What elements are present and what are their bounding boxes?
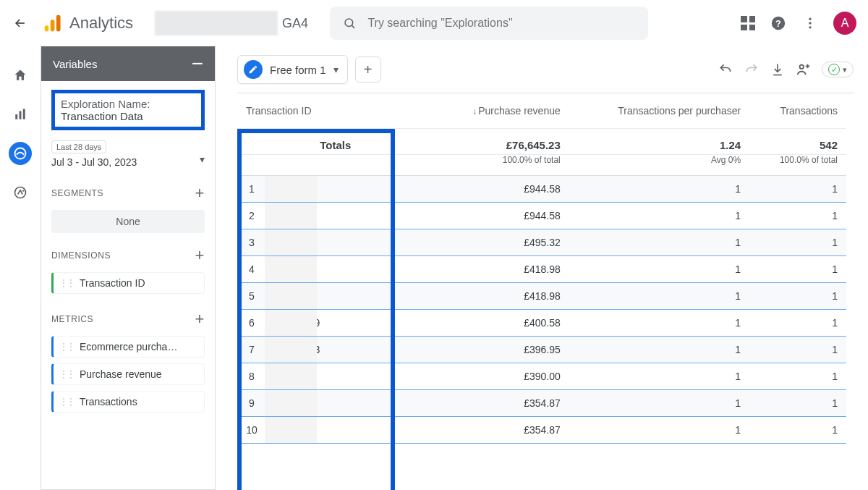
minimize-panel-button[interactable]: − xyxy=(192,54,203,74)
property-suffix: GA4 xyxy=(282,16,308,31)
svg-point-13 xyxy=(15,187,26,198)
svg-rect-0 xyxy=(45,25,49,31)
cell-tx: 1 xyxy=(749,256,846,283)
nav-explore[interactable] xyxy=(9,142,32,165)
undo-button[interactable] xyxy=(718,62,733,77)
table-row[interactable]: 5 457 £418.98 1 1 xyxy=(237,283,846,310)
table-row[interactable]: 4 4676267 £418.98 1 1 xyxy=(237,256,846,283)
property-name-redacted xyxy=(155,11,278,35)
cell-transaction-id: 53516203 xyxy=(266,337,433,363)
sort-descending-icon: ↓ xyxy=(472,106,477,117)
table-row[interactable]: 1 4778795 £944.58 1 1 xyxy=(237,176,846,203)
metric-chip[interactable]: ⋮⋮Purchase revenue xyxy=(51,363,205,385)
sample-status[interactable]: ✓ ▾ xyxy=(822,62,854,77)
search-bar[interactable] xyxy=(330,7,648,40)
cell-tx: 1 xyxy=(749,283,846,310)
download-button[interactable] xyxy=(770,62,786,77)
metric-chip[interactable]: ⋮⋮Ecommerce purcha… xyxy=(51,336,205,358)
tab-freeform[interactable]: Free form 1 ▾ xyxy=(237,55,348,84)
app-header: Analytics GA4 ? A xyxy=(0,0,868,46)
variables-panel: Variables − Exploration Name: Transactio… xyxy=(41,46,216,490)
redo-button[interactable] xyxy=(744,62,760,77)
col-transaction-id[interactable]: Transaction ID xyxy=(237,93,433,129)
date-range: Jul 3 - Jul 30, 2023 xyxy=(51,156,205,168)
property-selector[interactable]: GA4 xyxy=(155,11,308,35)
col-tpp[interactable]: Transactions per purchaser xyxy=(569,93,749,129)
row-number: 1 xyxy=(237,176,266,203)
cell-revenue: £354.87 xyxy=(433,390,569,417)
cell-tx: 1 xyxy=(749,390,846,417)
chevron-down-icon: ▾ xyxy=(843,65,847,75)
user-avatar[interactable]: A xyxy=(833,12,856,35)
cell-transaction-id: 457 xyxy=(266,203,433,229)
share-button[interactable] xyxy=(796,62,812,77)
row-number: 3 xyxy=(237,229,266,256)
search-input[interactable] xyxy=(367,17,635,30)
cell-tpp: 1 xyxy=(569,203,749,229)
row-number: 5 xyxy=(237,283,266,310)
svg-point-14 xyxy=(800,65,804,69)
canvas-toolbar: ✓ ▾ xyxy=(718,62,854,77)
more-menu-icon[interactable] xyxy=(801,14,819,32)
col-transactions[interactable]: Transactions xyxy=(749,93,846,129)
table-row[interactable]: 8 3254379 £390.00 1 1 xyxy=(237,363,846,390)
totals-revenue-sub: 100.0% of total xyxy=(433,155,569,176)
cell-revenue: £418.98 xyxy=(433,256,569,283)
cell-revenue: £944.58 xyxy=(433,176,569,203)
svg-rect-10 xyxy=(20,111,22,119)
col-purchase-revenue[interactable]: ↓Purchase revenue xyxy=(433,93,569,129)
table-row[interactable]: 2 457 £944.58 1 1 xyxy=(237,203,846,229)
cell-tpp: 1 xyxy=(569,176,749,203)
nav-reports[interactable] xyxy=(9,103,32,126)
row-number: 10 xyxy=(237,417,266,444)
cell-tx: 1 xyxy=(749,337,846,363)
cell-tpp: 1 xyxy=(569,283,749,310)
cell-transaction-id: 457 xyxy=(266,283,433,310)
totals-tpp-sub: Avg 0% xyxy=(569,155,749,176)
table-row[interactable]: 3 3368235 £495.32 1 1 xyxy=(237,229,846,256)
row-number: 8 xyxy=(237,363,266,390)
totals-sub-row: 100.0% of total Avg 0% 100.0% of total xyxy=(237,155,846,176)
nav-home[interactable] xyxy=(9,64,32,87)
totals-tpp: 1.24 xyxy=(569,129,749,155)
header-actions: ? A xyxy=(741,12,856,35)
dimension-chip[interactable]: ⋮⋮Transaction ID xyxy=(51,272,205,294)
add-dimension-button[interactable]: + xyxy=(195,246,205,265)
chevron-down-icon: ▾ xyxy=(333,64,339,75)
cell-tpp: 1 xyxy=(569,310,749,337)
cell-revenue: £400.58 xyxy=(433,310,569,337)
dimensions-section-header: DIMENSIONS + xyxy=(51,246,205,265)
svg-point-8 xyxy=(809,26,811,28)
add-tab-button[interactable]: + xyxy=(355,56,381,83)
add-metric-button[interactable]: + xyxy=(195,310,205,329)
exploration-name-box[interactable]: Exploration Name: Transaction Data xyxy=(51,90,205,130)
tab-label: Free form 1 xyxy=(270,64,326,76)
cell-tx: 1 xyxy=(749,176,846,203)
chevron-down-icon: ▾ xyxy=(200,153,205,165)
analytics-logo[interactable]: Analytics xyxy=(43,14,133,33)
segments-empty[interactable]: None xyxy=(51,210,205,233)
add-segment-button[interactable]: + xyxy=(195,184,205,203)
search-icon xyxy=(343,16,356,30)
back-button[interactable] xyxy=(12,14,29,32)
data-table: Transaction ID ↓Purchase revenue Transac… xyxy=(237,93,854,444)
row-number: 9 xyxy=(237,390,266,417)
help-icon[interactable]: ? xyxy=(770,14,787,32)
row-number: 4 xyxy=(237,256,266,283)
cell-tx: 1 xyxy=(749,203,846,229)
metric-chip[interactable]: ⋮⋮Transactions xyxy=(51,391,205,413)
cell-tpp: 1 xyxy=(569,256,749,283)
grip-icon: ⋮⋮ xyxy=(59,369,74,379)
edit-tab-icon xyxy=(244,60,263,79)
table-row[interactable]: 6 76758059 £400.58 1 1 xyxy=(237,310,846,337)
table-row[interactable]: 7 53516203 £396.95 1 1 xyxy=(237,337,846,363)
cell-transaction-id: 4676267 xyxy=(266,256,433,283)
nav-advertising[interactable] xyxy=(9,181,32,204)
cell-revenue: £354.87 xyxy=(433,417,569,444)
date-range-picker[interactable]: Last 28 days Jul 3 - Jul 30, 2023 ▾ xyxy=(51,140,205,168)
svg-point-12 xyxy=(15,148,26,159)
table-row[interactable]: 10 757 £354.87 1 1 xyxy=(237,417,846,444)
table-row[interactable]: 9 4259499 £354.87 1 1 xyxy=(237,390,846,417)
totals-row: Totals £76,645.23 1.24 542 xyxy=(237,129,846,155)
apps-icon[interactable] xyxy=(741,16,755,30)
